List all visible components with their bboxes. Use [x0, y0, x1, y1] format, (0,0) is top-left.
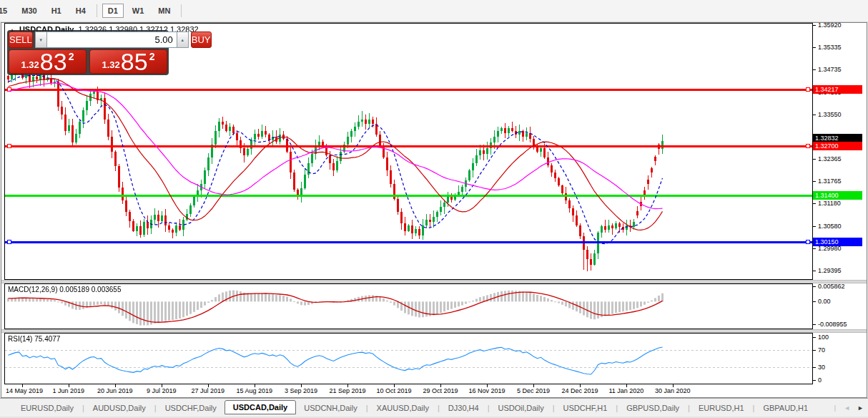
price-axis-tick: 1.33550 — [818, 111, 842, 118]
volume-stepper: ▼ ▲ — [35, 31, 189, 48]
time-axis-label: 10 Oct 2019 — [377, 387, 412, 394]
tab-eurusd-h1[interactable]: EURUSD,H1 — [691, 402, 752, 414]
price-axis-tick-dash — [813, 69, 816, 70]
price-axis-tick: 1.31180 — [818, 200, 841, 207]
price-axis-tick: 1.29395 — [818, 267, 842, 274]
time-axis-label: 27 Jul 2019 — [192, 387, 225, 394]
chart-window: ▲USDCAD,Daily 1.32926 1.32980 1.32712 1.… — [1, 22, 867, 398]
time-axis-label: 29 Oct 2019 — [423, 387, 458, 394]
tabs-scroll-right-icon[interactable]: ► — [857, 404, 864, 412]
time-axis-label: 9 Jul 2019 — [147, 387, 177, 394]
rsi-canvas[interactable] — [5, 334, 812, 384]
tab-separator: | — [488, 404, 490, 412]
tab-gbpusd-daily[interactable]: GBPUSD,Daily — [618, 402, 687, 414]
tab-separator: | — [753, 404, 755, 412]
tab-usdchf-h1[interactable]: USDCHF,H1 — [556, 402, 616, 414]
buy-button[interactable]: BUY — [191, 31, 212, 48]
macd-axis-tick: 0.005862 — [818, 283, 845, 290]
price-axis-tick-dash — [813, 181, 816, 182]
macd-axis-tick-dash — [813, 301, 816, 302]
hline-price-flag: 1.31400 — [813, 191, 862, 200]
price-axis-tick-dash — [813, 271, 816, 271]
volume-decrease-button[interactable]: ▼ — [35, 31, 47, 48]
price-axis-tick: 1.35920 — [818, 23, 842, 29]
sell-price-button[interactable]: 1.32832 — [9, 49, 87, 74]
tabs-scroll-left-icon[interactable]: ◄ — [844, 404, 850, 412]
tab-separator: | — [366, 404, 368, 412]
time-axis-label: 15 Aug 2019 — [237, 387, 273, 394]
tab-audusd-daily[interactable]: AUDUSD,Daily — [85, 402, 154, 414]
axis-corner — [813, 384, 865, 397]
tab-scroll-arrows: |◄► — [834, 404, 864, 412]
time-axis-label: 5 Dec 2019 — [517, 387, 550, 394]
sell-price-sup: 2 — [69, 51, 74, 62]
tab-separator: | — [688, 404, 690, 412]
price-axis-tick-dash — [813, 159, 816, 160]
price-axis-tick: 1.35335 — [818, 44, 842, 51]
price-axis[interactable]: 1.359201.353351.347351.341351.335501.329… — [813, 23, 865, 280]
tab-gbpaud-h1[interactable]: GBPAUD,H1 — [755, 402, 816, 414]
tab-usdcnh-daily[interactable]: USDCNH,Daily — [296, 402, 365, 414]
rsi-axis: 10070300 — [813, 333, 865, 384]
timeframe-button-h4[interactable]: H4 — [70, 4, 92, 18]
hline-price-flag: 1.30150 — [813, 238, 862, 246]
chart-tab-bar: EURUSD,Daily|AUDUSD,Daily|USDCHF,DailyUS… — [0, 398, 868, 417]
tab-separator: | — [438, 404, 440, 412]
sell-price-small: 1.32 — [21, 59, 39, 70]
spinner-down-icon: ▼ — [39, 38, 43, 42]
tab-eurusd-daily[interactable]: EURUSD,Daily — [13, 402, 82, 414]
macd-pane: MACD(12,26,9) 0.005189 0.003655 — [4, 283, 813, 329]
tab-separator: | — [82, 404, 84, 412]
macd-axis-tick: -0.008955 — [818, 321, 847, 328]
tab-usdchf-daily[interactable]: USDCHF,Daily — [157, 402, 225, 414]
buy-price-button[interactable]: 1.32852 — [89, 49, 167, 74]
price-axis-tick-dash — [813, 25, 816, 26]
buy-price-big: 85 — [121, 51, 148, 72]
tab-separator: | — [834, 404, 836, 412]
macd-axis-tick-dash — [813, 286, 816, 287]
volume-input[interactable] — [47, 31, 177, 48]
tab-xauusd-daily[interactable]: XAUUSD,Daily — [369, 402, 437, 414]
time-axis-label: 30 Jan 2020 — [655, 387, 691, 394]
time-axis-label: 14 May 2019 — [6, 387, 43, 394]
macd-axis-tick: 0.00 — [818, 298, 831, 305]
hline-price-flag: 1.34217 — [813, 85, 862, 94]
price-axis-tick: 1.30580 — [818, 223, 842, 230]
timeframe-toolbar: 15M30H1H4D1W1MN — [0, 0, 868, 22]
rsi-axis-tick-dash — [813, 350, 816, 351]
rsi-axis-tick-dash — [813, 337, 816, 338]
tab-separator: | — [616, 404, 618, 412]
macd-axis-tick-dash — [813, 324, 816, 325]
timeframe-button-15[interactable]: 15 — [0, 4, 13, 18]
price-axis-tick-dash — [813, 47, 816, 48]
toolbar-separator — [181, 4, 182, 17]
timeframe-button-h1[interactable]: H1 — [46, 4, 67, 18]
volume-increase-button[interactable]: ▲ — [177, 31, 189, 48]
sell-button[interactable]: SELL — [9, 31, 33, 48]
tab-usdcad-daily[interactable]: USDCAD,Daily — [225, 400, 296, 414]
time-axis-label: 20 Jun 2019 — [97, 387, 133, 394]
price-axis-tick-dash — [813, 203, 816, 204]
price-axis-tick: 1.31765 — [818, 178, 842, 185]
time-axis[interactable]: 14 May 20191 Jun 201920 Jun 20199 Jul 20… — [4, 384, 813, 397]
rsi-axis-tick: 0 — [818, 376, 822, 384]
timeframe-button-mn[interactable]: MN — [152, 4, 176, 18]
tab-separator: | — [553, 404, 555, 412]
toolbar-separator — [97, 4, 97, 17]
buy-price-sup: 2 — [149, 51, 155, 62]
tab-usdoil-daily[interactable]: USDOil,Daily — [490, 402, 551, 414]
timeframe-button-d1[interactable]: D1 — [102, 4, 124, 18]
timeframe-button-w1[interactable]: W1 — [127, 4, 150, 18]
one-click-trade-panel: SELL ▼ ▲ BUY 1.32832 1.32852 — [7, 30, 169, 75]
main-price-pane: ▲USDCAD,Daily 1.32926 1.32980 1.32712 1.… — [4, 23, 813, 280]
rsi-axis-tick: 30 — [818, 364, 825, 371]
rsi-pane: RSI(14) 75.4077 — [4, 333, 813, 384]
timeframe-button-m30[interactable]: M30 — [16, 4, 42, 18]
time-axis-label: 3 Sep 2019 — [285, 387, 317, 394]
price-axis-tick: 1.34735 — [818, 66, 842, 73]
hline-price-flag: 1.32700 — [813, 142, 862, 150]
tab-dj30-h4[interactable]: DJ30,H4 — [440, 402, 487, 414]
macd-canvas[interactable] — [5, 284, 812, 329]
time-axis-label: 1 Jun 2019 — [53, 387, 85, 394]
spinner-up-icon: ▲ — [180, 38, 184, 42]
